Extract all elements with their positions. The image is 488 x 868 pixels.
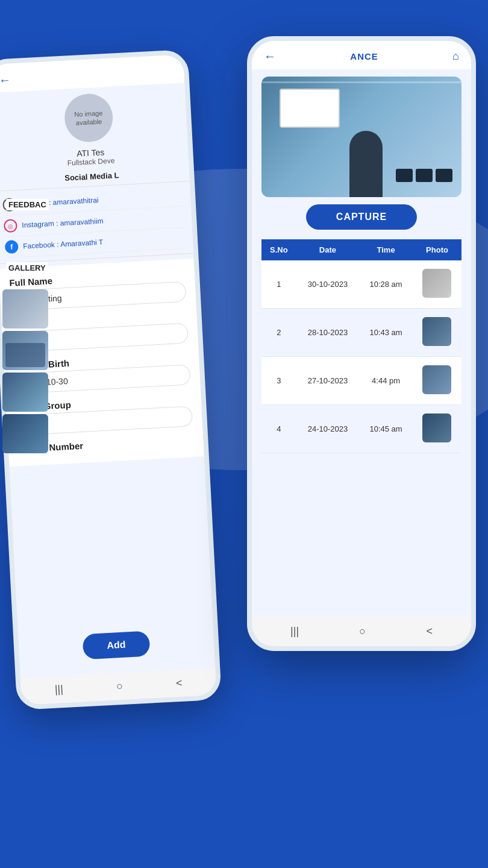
phone-front-footer: ||| ○ < [252, 617, 471, 646]
phone-front: ← ANCE ⌂ CAPTURE S.No Date Time Photo [247, 36, 476, 651]
feedback-label: FEEDBAC [6, 199, 49, 210]
classroom-image [261, 77, 461, 197]
gallery-thumb-4[interactable] [2, 414, 48, 453]
cell-sno: 1 [261, 260, 296, 309]
cell-time: 10:43 am [359, 309, 413, 357]
front-nav-menu-icon[interactable]: ||| [290, 625, 299, 638]
phone-back-header: ← [0, 54, 184, 93]
front-header-title: ANCE [350, 51, 378, 61]
social-media-label: Social Media L [0, 167, 190, 186]
cell-date: 24-10-2023 [296, 405, 359, 453]
projector-screen [280, 89, 340, 128]
gallery-thumb-1[interactable] [2, 289, 48, 329]
cell-date: 30-10-2023 [296, 260, 359, 309]
table-row: 4 24-10-2023 10:45 am [261, 405, 461, 453]
photo-thumb-2 [422, 317, 451, 346]
home-icon[interactable]: ⌂ [452, 50, 459, 63]
phone-back-footer: ||| ○ < [20, 668, 217, 705]
instagram-icon: ◎ [4, 219, 17, 233]
cell-time: 10:45 am [359, 405, 413, 453]
front-nav-back-icon[interactable]: < [426, 625, 433, 638]
cell-date: 28-10-2023 [296, 309, 359, 357]
table-header: S.No Date Time Photo [261, 239, 461, 260]
cell-sno: 4 [261, 405, 296, 453]
front-nav-home-icon[interactable]: ○ [359, 625, 366, 638]
cell-date: 27-10-2023 [296, 357, 359, 405]
capture-button[interactable]: CAPTURE [306, 204, 417, 230]
gallery-thumb-3[interactable] [2, 373, 48, 412]
cell-photo [413, 405, 461, 453]
gallery-label: GALLERY [6, 262, 48, 274]
table-row: 2 28-10-2023 10:43 am [261, 309, 461, 357]
photo-thumb-3 [422, 365, 451, 394]
no-image-avatar: No image available [63, 93, 114, 143]
cell-time: 10:28 am [359, 260, 413, 309]
table-row: 3 27-10-2023 4:44 pm [261, 357, 461, 405]
cell-sno: 2 [261, 309, 296, 357]
facebook-link-text: Facebook : Amaravathi T [23, 238, 104, 251]
cell-time: 4:44 pm [359, 357, 413, 405]
facebook-icon: f [5, 240, 19, 254]
col-date: Date [296, 239, 359, 260]
photo-thumb-1 [422, 269, 451, 298]
add-button[interactable]: Add [83, 631, 151, 660]
social-links: ⊕ Website : amaravathitrai ◎ Instagram :… [0, 185, 193, 259]
instagram-link-text: Instagram : amaravathiim [22, 217, 104, 230]
front-back-arrow-icon[interactable]: ← [264, 49, 276, 63]
nav-menu-icon[interactable]: ||| [54, 683, 63, 696]
back-arrow-icon[interactable]: ← [0, 73, 11, 87]
col-sno: S.No [261, 239, 296, 260]
photo-thumb-4 [422, 414, 451, 442]
nav-home-icon[interactable]: ○ [116, 680, 123, 693]
monitor-row [396, 169, 452, 182]
person-silhouette [349, 131, 383, 197]
cell-photo [413, 309, 461, 357]
cell-photo [413, 260, 461, 309]
col-time: Time [359, 239, 413, 260]
table-row: 1 30-10-2023 10:28 am [261, 260, 461, 309]
nav-back-icon[interactable]: < [175, 677, 183, 690]
gallery-thumb-2[interactable] [2, 331, 48, 370]
attendance-table: S.No Date Time Photo 1 30-10-2023 10:28 … [261, 239, 461, 453]
cell-photo [413, 357, 461, 405]
cell-sno: 3 [261, 357, 296, 405]
table-body: 1 30-10-2023 10:28 am 2 28-10-2023 10:43… [261, 260, 461, 453]
phone-front-header: ← ANCE ⌂ [252, 41, 471, 69]
col-photo: Photo [413, 239, 461, 260]
